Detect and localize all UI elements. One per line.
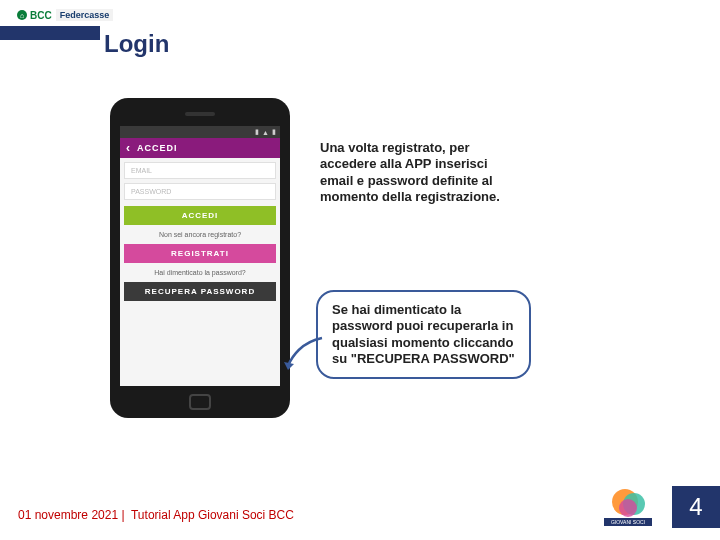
registrati-button[interactable]: REGISTRATI <box>124 244 276 263</box>
page-title: Login <box>104 30 169 58</box>
phone-screen: ▮ ▲ ▮ ‹ ACCEDI EMAIL PASSWORD ACCEDI Non… <box>120 126 280 386</box>
phone-home-button <box>189 394 211 410</box>
bcc-icon: ⌂ <box>16 9 28 21</box>
description-access: Una volta registrato, per accedere alla … <box>320 140 515 205</box>
brand-federcasse-text: Federcasse <box>56 9 114 21</box>
footer-title: Tutorial App Giovani Soci BCC <box>131 508 294 522</box>
brand-bcc-text: BCC <box>30 10 52 21</box>
recupera-password-button[interactable]: RECUPERA PASSWORD <box>124 282 276 301</box>
footer-logo-text: GIOVANI SOCI <box>611 519 645 525</box>
email-field[interactable]: EMAIL <box>124 162 276 179</box>
bcc-logo: ⌂ BCC <box>16 9 52 21</box>
phone-speaker <box>185 112 215 116</box>
phone-mockup: ▮ ▲ ▮ ‹ ACCEDI EMAIL PASSWORD ACCEDI Non… <box>110 98 290 418</box>
app-titlebar: ‹ ACCEDI <box>120 138 280 158</box>
accedi-button[interactable]: ACCEDI <box>124 206 276 225</box>
description-recover-callout: Se hai dimenticato la password puoi recu… <box>316 290 531 379</box>
back-icon[interactable]: ‹ <box>126 141 131 155</box>
android-statusbar: ▮ ▲ ▮ <box>120 126 280 138</box>
password-field[interactable]: PASSWORD <box>124 183 276 200</box>
wifi-icon: ▲ <box>262 129 269 136</box>
footer-date: 01 novembre 2021 <box>18 508 118 522</box>
svg-point-4 <box>619 499 637 517</box>
header-accent-bar <box>0 26 100 40</box>
brand-logo: ⌂ BCC Federcasse <box>16 6 113 24</box>
forgot-helper-text: Hai dimenticato la password? <box>124 269 276 276</box>
page-number: 4 <box>672 486 720 528</box>
battery-icon: ▮ <box>272 128 276 136</box>
footer-text: 01 novembre 2021 | Tutorial App Giovani … <box>18 508 294 522</box>
giovani-soci-logo: GIOVANI SOCI <box>600 486 656 528</box>
register-helper-text: Non sei ancora registrato? <box>124 231 276 238</box>
slide-footer: 01 novembre 2021 | Tutorial App Giovani … <box>0 502 720 522</box>
titlebar-text: ACCEDI <box>137 143 178 153</box>
svg-text:⌂: ⌂ <box>20 12 24 19</box>
signal-icon: ▮ <box>255 128 259 136</box>
